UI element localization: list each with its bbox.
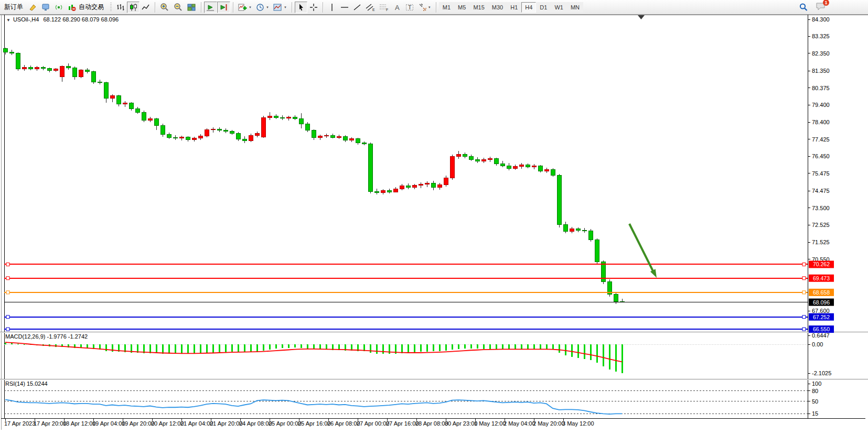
- candle-up: [60, 67, 64, 77]
- cursor-button[interactable]: [295, 2, 307, 13]
- candle-up: [400, 186, 404, 189]
- candle-down: [343, 136, 347, 140]
- text-icon: A: [393, 3, 401, 12]
- line-handle[interactable]: [6, 291, 9, 294]
- notification-badge: 1: [823, 0, 829, 6]
- time-axis-label: 3 May 12:00: [562, 420, 594, 427]
- timeframe-button-H1[interactable]: H1: [507, 2, 521, 13]
- toolbar-grip[interactable]: [110, 3, 112, 12]
- terminal-icon[interactable]: [39, 2, 52, 13]
- text-button[interactable]: A: [391, 2, 403, 13]
- zoom-out-button[interactable]: [172, 2, 185, 13]
- macd-histogram-bar: [596, 344, 598, 363]
- candle-down: [576, 229, 580, 231]
- timeframe-button-D1[interactable]: D1: [536, 2, 551, 13]
- new-order-button[interactable]: 新订单: [1, 2, 26, 13]
- line-handle[interactable]: [802, 291, 806, 294]
- chart-canvas[interactable]: 84.30083.32582.35081.35080.37579.40078.4…: [0, 0, 868, 435]
- autotrading-button[interactable]: 自动交易: [66, 2, 109, 13]
- indicators-button[interactable]: ▼: [236, 2, 254, 13]
- timeframe-button-M30[interactable]: M30: [488, 2, 507, 13]
- zoom-in-button[interactable]: [158, 2, 172, 13]
- search-button[interactable]: [797, 2, 810, 13]
- macd-histogram-bar: [168, 344, 170, 354]
- candle-down: [463, 155, 467, 157]
- line-handle[interactable]: [6, 328, 9, 331]
- candle-down: [41, 68, 45, 69]
- macd-histogram-bar: [621, 344, 623, 373]
- macd-histogram-bar: [162, 344, 164, 354]
- autotrading-label: 自动交易: [76, 3, 106, 12]
- candle-up: [544, 169, 549, 171]
- chevron-down-icon: ▼: [249, 6, 252, 9]
- periods-button[interactable]: ▼: [254, 2, 271, 13]
- line-handle[interactable]: [6, 316, 9, 319]
- candle-down: [614, 295, 618, 302]
- fibo-letter: F: [386, 8, 388, 12]
- arrows-tool-button[interactable]: ▼: [416, 2, 433, 13]
- tile-windows-button[interactable]: [185, 2, 198, 13]
- fibonacci-button[interactable]: F: [377, 2, 391, 13]
- candle-down: [230, 132, 234, 133]
- vertical-line-button[interactable]: [326, 2, 338, 13]
- annotation-arrow-head[interactable]: [650, 269, 657, 278]
- time-axis-label: 26 Apr 08:00: [327, 420, 360, 427]
- line-handle[interactable]: [802, 277, 806, 280]
- rsi-tick-label: 80: [812, 388, 818, 394]
- notifications-button[interactable]: 1: [816, 2, 826, 13]
- price-tick-label: 73.500: [812, 205, 830, 211]
- macd-histogram-bar: [244, 344, 245, 352]
- candle-down: [431, 183, 435, 187]
- price-tick-label: 77.425: [812, 136, 830, 143]
- candle-down: [116, 96, 121, 104]
- timeframe-button-M1[interactable]: M1: [439, 2, 454, 13]
- equidistant-channel-button[interactable]: E: [363, 2, 377, 13]
- line-handle[interactable]: [6, 277, 9, 280]
- chart-shift-marker[interactable]: [638, 15, 645, 19]
- timeframe-button-H4[interactable]: H4: [521, 2, 536, 13]
- tile-windows-icon: [187, 3, 196, 12]
- ohlc-values: 68.122 68.290 68.079 68.096: [43, 16, 119, 23]
- line-handle[interactable]: [802, 263, 806, 266]
- time-axis-label: 28 Apr 08:00: [415, 420, 448, 427]
- toolbar-group-indicators: ▼ ▼ ▼: [235, 0, 290, 14]
- timeframe-button-W1[interactable]: W1: [551, 2, 567, 13]
- text-label-button[interactable]: T: [403, 2, 416, 13]
- macd-histogram-bar: [546, 344, 548, 350]
- collapse-arrow-icon[interactable]: ▼: [6, 18, 10, 23]
- line-chart-button[interactable]: [140, 2, 152, 13]
- candle-up: [53, 69, 58, 70]
- horizontal-line-button[interactable]: [338, 2, 351, 13]
- trendline-button[interactable]: [351, 2, 363, 13]
- gold-arrow-icon[interactable]: [26, 2, 39, 13]
- channel-letter: E: [372, 8, 375, 12]
- toolbar-separator: [292, 2, 292, 13]
- timeframe-button-MN[interactable]: MN: [567, 2, 583, 13]
- macd-histogram-bar: [282, 344, 283, 348]
- line-handle[interactable]: [6, 263, 9, 266]
- candle-down: [160, 125, 165, 134]
- candle-up: [425, 183, 429, 184]
- macd-histogram-bar: [382, 344, 384, 354]
- candle-down: [72, 68, 77, 77]
- line-handle[interactable]: [802, 316, 806, 319]
- crosshair-button[interactable]: [307, 2, 320, 13]
- macd-histogram-bar: [156, 344, 157, 353]
- candle-up: [35, 68, 39, 69]
- candle-down: [362, 143, 366, 144]
- candle-up: [381, 190, 385, 192]
- bar-chart-button[interactable]: [114, 2, 127, 13]
- chart-shift-button[interactable]: [217, 2, 230, 13]
- timeframe-button-M5[interactable]: M5: [454, 2, 469, 13]
- macd-histogram-bar: [206, 344, 208, 353]
- timeframe-button-M15[interactable]: M15: [469, 2, 488, 13]
- templates-button[interactable]: ▼: [271, 2, 289, 13]
- line-handle[interactable]: [802, 328, 806, 331]
- terminal-glyph: [41, 3, 50, 12]
- templates-icon: [273, 3, 283, 12]
- candle-up: [324, 135, 328, 136]
- auto-scroll-button[interactable]: [204, 2, 217, 13]
- text-label-letter: T: [408, 4, 412, 10]
- candlestick-chart-button[interactable]: [127, 2, 140, 13]
- signals-icon[interactable]: [52, 2, 66, 13]
